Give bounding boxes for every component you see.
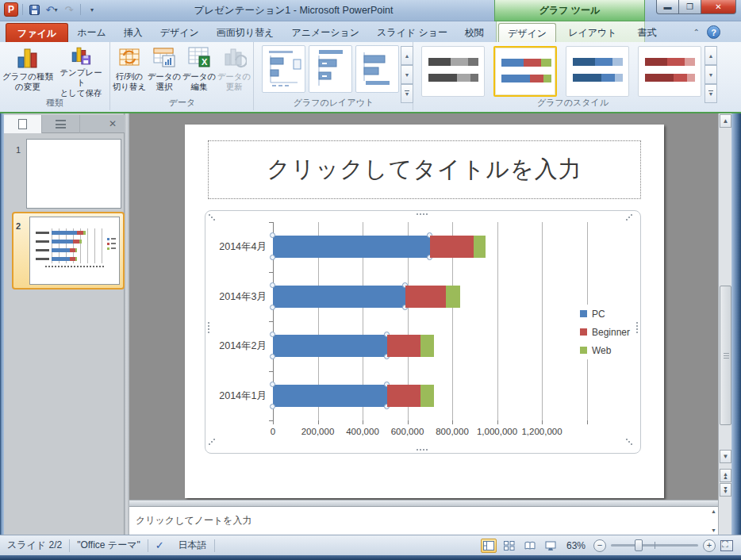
chart-handle[interactable] <box>631 443 632 445</box>
scroll-down-icon[interactable]: ▼ <box>720 450 731 463</box>
chart-handle[interactable] <box>208 322 209 324</box>
slide-sorter-view-button[interactable] <box>501 539 517 553</box>
selection-handle[interactable] <box>270 255 275 260</box>
selection-handle[interactable] <box>270 404 275 409</box>
tab-contextual-2[interactable]: 書式 <box>629 23 666 42</box>
legend-entry-pc[interactable]: PC <box>580 305 630 323</box>
selection-handle[interactable] <box>270 305 275 310</box>
tab-slides[interactable] <box>4 115 42 133</box>
save-button[interactable] <box>27 2 41 17</box>
save-as-template-button[interactable]: テンプレートとして保存 <box>56 44 106 98</box>
tab-main-0[interactable]: ホーム <box>68 23 115 42</box>
selection-handle[interactable] <box>270 354 275 359</box>
layout-scroll-up-icon[interactable]: ▲ <box>401 46 413 65</box>
normal-view-button[interactable] <box>481 539 497 553</box>
slide-2-selection[interactable]: 2 <box>12 212 125 290</box>
tab-main-1[interactable]: 挿入 <box>115 23 152 42</box>
chart-layout-option-1[interactable] <box>262 45 305 93</box>
vertical-scrollbar[interactable]: ▲ ▼ ▲▲ ▼▼ <box>718 113 731 535</box>
tab-main-6[interactable]: 校閲 <box>456 23 493 42</box>
close-button[interactable]: ✕ <box>701 0 736 14</box>
reading-view-button[interactable] <box>522 539 538 553</box>
change-chart-type-button[interactable]: グラフの種類の変更 <box>2 44 53 98</box>
category-label[interactable]: 2014年2月 <box>209 339 267 353</box>
minimize-button[interactable]: ▬ <box>656 0 679 14</box>
language-indicator[interactable]: 日本語 <box>171 539 214 552</box>
spellcheck-icon[interactable]: ✓ <box>148 539 171 551</box>
tab-file[interactable]: ファイル <box>6 23 68 42</box>
tab-outline[interactable] <box>42 115 80 133</box>
close-panel-icon[interactable]: ✕ <box>101 115 125 132</box>
scrollbar-thumb[interactable] <box>720 286 731 425</box>
maximize-button[interactable]: ❐ <box>679 0 701 14</box>
redo-button[interactable]: ↷ <box>62 2 76 17</box>
chart-handle[interactable] <box>417 213 418 215</box>
tab-main-3[interactable]: 画面切り替え <box>208 23 283 42</box>
zoom-out-button[interactable]: − <box>593 539 606 552</box>
customize-qat-button[interactable]: ▾ <box>85 2 99 17</box>
bar-web-2014年4月[interactable] <box>474 236 486 258</box>
tab-contextual-1[interactable]: レイアウト <box>559 23 625 42</box>
bar-web-2014年3月[interactable] <box>446 286 460 308</box>
category-label[interactable]: 2014年1月 <box>209 389 267 403</box>
slide[interactable]: クリックしてタイトルを入力 0200,000400,000600,000800,… <box>185 125 664 498</box>
previous-slide-button[interactable]: ▲▲ <box>720 469 731 482</box>
bar-pc-2014年1月[interactable] <box>273 385 387 407</box>
scroll-up-icon[interactable]: ▲ <box>720 114 731 128</box>
chart-legend[interactable]: PCBeginnerWeb <box>580 305 630 359</box>
chart-handle[interactable] <box>209 214 210 216</box>
edit-data-button[interactable]: X データの編集 <box>182 44 217 98</box>
style-scroll-down-icon[interactable]: ▼ <box>705 65 717 84</box>
slideshow-view-button[interactable] <box>543 539 559 553</box>
chart-handle[interactable] <box>636 322 638 324</box>
chart-handle[interactable] <box>209 443 210 445</box>
zoom-slider[interactable] <box>611 544 698 547</box>
bar-pc-2014年4月[interactable] <box>273 236 430 258</box>
slide-1-thumbnail[interactable] <box>26 139 121 209</box>
bar-web-2014年1月[interactable] <box>420 385 434 407</box>
chart-handle[interactable] <box>631 214 632 216</box>
chart-handle[interactable] <box>417 449 418 451</box>
tab-main-4[interactable]: アニメーション <box>282 23 368 42</box>
tab-main-2[interactable]: デザイン <box>152 23 208 42</box>
fit-to-window-icon[interactable] <box>720 540 733 551</box>
next-slide-button[interactable]: ▼▼ <box>720 483 731 497</box>
chart-style-red[interactable] <box>638 46 701 97</box>
bar-pc-2014年3月[interactable] <box>273 286 405 308</box>
notes-placeholder[interactable]: クリックしてノートを入力 <box>136 514 252 527</box>
slide-2-thumbnail[interactable] <box>29 217 120 285</box>
powerpoint-icon[interactable]: P <box>4 2 18 17</box>
selection-handle[interactable] <box>270 282 275 288</box>
chart-style-blue[interactable] <box>566 46 629 97</box>
bar-beginner-2014年2月[interactable] <box>387 335 420 357</box>
notes-scroll-up-icon[interactable]: ▲ <box>711 508 716 514</box>
chart-style-grayscale[interactable] <box>421 46 485 97</box>
x-axis-label[interactable]: 1,200,000 <box>515 427 569 436</box>
chart-style-multicolor[interactable] <box>493 46 557 97</box>
bar-beginner-2014年1月[interactable] <box>387 385 420 407</box>
layout-scroll-down-icon[interactable]: ▼ <box>401 65 413 84</box>
bar-beginner-2014年4月[interactable] <box>430 236 474 258</box>
chart-layout-option-3[interactable] <box>355 45 399 93</box>
notes-scroll-down-icon[interactable]: ▼ <box>711 527 716 533</box>
select-data-button[interactable]: データの選択 <box>147 44 182 98</box>
chart-object[interactable]: 0200,000400,000600,000800,0001,000,0001,… <box>205 210 641 454</box>
tab-contextual-0[interactable]: デザイン <box>498 23 556 42</box>
bar-pc-2014年2月[interactable] <box>273 335 387 357</box>
ribbon-collapse-icon[interactable]: ⌃ <box>693 28 700 36</box>
notes-splitter[interactable] <box>129 500 718 506</box>
bar-beginner-2014年3月[interactable] <box>405 286 446 308</box>
bar-web-2014年2月[interactable] <box>420 335 434 357</box>
title-placeholder[interactable]: クリックしてタイトルを入力 <box>208 140 641 199</box>
chart-layout-option-2[interactable] <box>309 45 352 93</box>
notes-pane[interactable]: クリックしてノートを入力 ▲ ▼ <box>129 506 718 535</box>
undo-button[interactable]: ↶▾ <box>44 2 59 17</box>
zoom-in-button[interactable]: + <box>703 539 716 552</box>
zoom-slider-thumb[interactable] <box>635 539 643 551</box>
style-scroll-up-icon[interactable]: ▲ <box>705 46 717 65</box>
category-label[interactable]: 2014年4月 <box>209 240 267 254</box>
selection-handle[interactable] <box>270 382 275 387</box>
theme-name[interactable]: "Office テーマ" <box>70 539 148 552</box>
zoom-level[interactable]: 63% <box>563 540 589 551</box>
category-label[interactable]: 2014年3月 <box>209 290 267 304</box>
